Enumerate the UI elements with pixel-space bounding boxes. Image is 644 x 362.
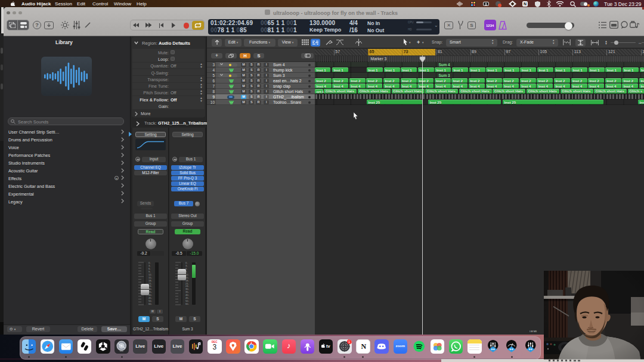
svg-text:tv: tv [326,344,330,349]
